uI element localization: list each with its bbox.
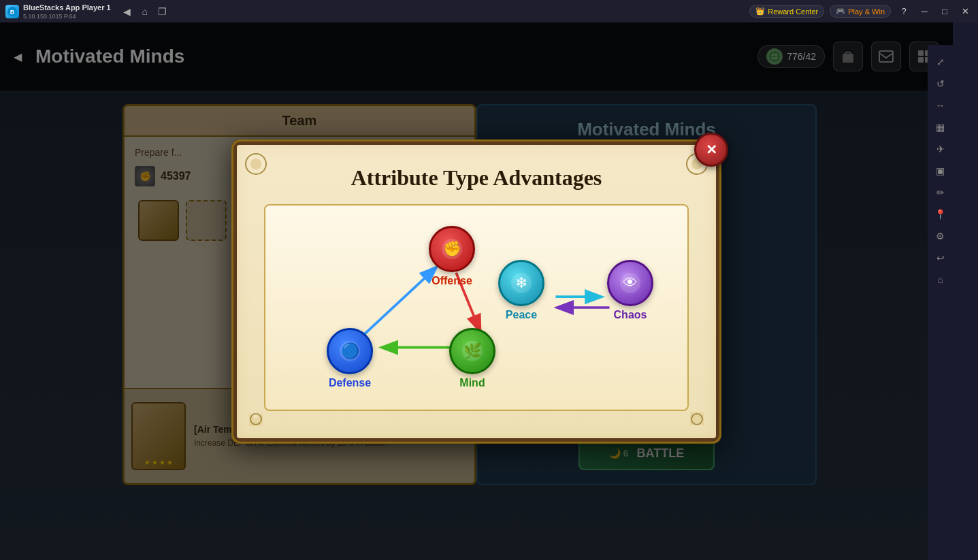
- sidebar-home-button[interactable]: ⌂: [930, 269, 951, 290]
- sidebar-keymapping-button[interactable]: ▣: [930, 161, 951, 181]
- corner-decoration-tl: [242, 150, 270, 178]
- offense-icon: ✊: [429, 226, 475, 272]
- corner-decoration-br: [683, 406, 711, 433]
- svg-text:👁: 👁: [623, 274, 638, 291]
- minimize-button[interactable]: ─: [917, 4, 932, 19]
- close-x-icon: ✕: [706, 142, 717, 158]
- app-version-label: 5.10.150.1015 P.64: [23, 13, 111, 20]
- play-win-label: Play & Win: [848, 7, 885, 16]
- sidebar-fullscreen-button[interactable]: ⤢: [930, 52, 951, 72]
- close-button[interactable]: ✕: [958, 4, 973, 19]
- chaos-label: Chaos: [614, 309, 647, 321]
- chaos-icon: 👁: [607, 260, 653, 306]
- sidebar-rotate-button[interactable]: ↺: [930, 73, 951, 94]
- titlebar-right-area: 👑 Reward Center 🎮 Play & Win ? ─ □ ✕: [749, 4, 978, 19]
- defense-node: 🔵 Defense: [327, 328, 373, 389]
- modal-content-area: ✊ Offense 🔵 Defense: [264, 204, 689, 411]
- svg-text:❄: ❄: [515, 274, 527, 291]
- modal-title-label: Attribute Type Advantages: [264, 165, 689, 191]
- sidebar-edit-button[interactable]: ✏: [930, 182, 951, 203]
- help-button[interactable]: ?: [896, 4, 911, 19]
- titlebar: B BlueStacks App Player 1 5.10.150.1015 …: [0, 0, 978, 22]
- sidebar-pin-button[interactable]: 📍: [930, 204, 951, 225]
- mind-node: 🌿 Mind: [449, 328, 495, 389]
- mind-label: Mind: [459, 377, 485, 389]
- app-logo-icon: B: [5, 5, 19, 18]
- sidebar-settings-button[interactable]: ⚙: [930, 226, 951, 246]
- modal-close-button[interactable]: ✕: [694, 133, 728, 167]
- app-name-label: BlueStacks App Player 1: [23, 3, 111, 12]
- corner-decoration-bl: [242, 406, 270, 433]
- peace-node: ❄ Peace: [498, 260, 544, 321]
- sidebar-multiinstance-button[interactable]: ▦: [930, 117, 951, 137]
- play-win-button[interactable]: 🎮 Play & Win: [830, 5, 891, 18]
- svg-text:🔵: 🔵: [341, 342, 360, 360]
- peace-icon: ❄: [498, 260, 544, 306]
- game-area: ◀ Motivated Minds 776/42: [0, 22, 953, 560]
- reward-center-label: Reward Center: [768, 7, 818, 16]
- restore-button[interactable]: □: [937, 4, 952, 19]
- peace-label: Peace: [506, 309, 537, 321]
- svg-line-16: [362, 268, 435, 336]
- sidebar-shake-button[interactable]: ↔: [930, 95, 951, 116]
- reward-center-button[interactable]: 👑 Reward Center: [749, 5, 824, 18]
- attribute-diagram: ✊ Offense 🔵 Defense: [293, 226, 660, 389]
- svg-text:🌿: 🌿: [463, 342, 483, 360]
- home-nav-button[interactable]: ⌂: [137, 3, 153, 20]
- mind-icon: 🌿: [449, 328, 495, 374]
- offense-label: Offense: [431, 275, 472, 287]
- attribute-modal: ✕ Attribute Type Advantages: [231, 139, 721, 444]
- app-title-area: BlueStacks App Player 1 5.10.150.1015 P.…: [23, 3, 111, 20]
- reward-crown-icon: 👑: [755, 7, 765, 16]
- sidebar-macro-button[interactable]: ✈: [930, 139, 951, 159]
- defense-label: Defense: [329, 377, 371, 389]
- sidebar-back-button[interactable]: ↩: [930, 248, 951, 268]
- modal-overlay: ✕ Attribute Type Advantages: [0, 22, 953, 560]
- svg-text:✊: ✊: [443, 240, 462, 258]
- svg-text:B: B: [10, 9, 15, 16]
- right-sidebar: ⤢ ↺ ↔ ▦ ✈ ▣ ✏ 📍 ⚙ ↩ ⌂: [928, 45, 953, 560]
- defense-icon: 🔵: [327, 328, 373, 374]
- play-win-icon: 🎮: [836, 7, 845, 16]
- svg-point-11: [250, 159, 261, 169]
- back-nav-button[interactable]: ◀: [119, 3, 135, 20]
- offense-node: ✊ Offense: [429, 226, 475, 287]
- screens-nav-button[interactable]: ❐: [154, 3, 171, 20]
- titlebar-logo-area: B BlueStacks App Player 1 5.10.150.1015 …: [0, 3, 116, 20]
- titlebar-nav-area: ◀ ⌂ ❐: [116, 3, 174, 20]
- chaos-node: 👁 Chaos: [607, 260, 653, 321]
